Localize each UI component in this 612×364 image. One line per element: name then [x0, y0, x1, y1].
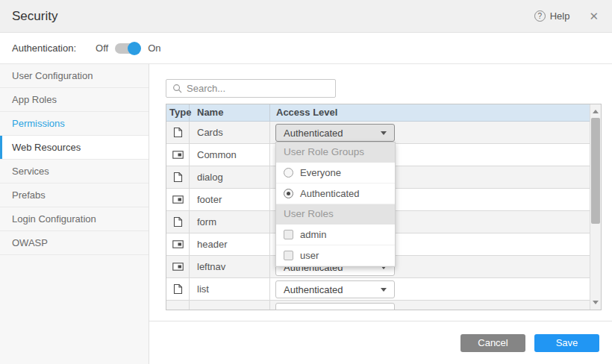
sidebar: User ConfigurationApp RolesPermissionsWe…	[0, 64, 149, 364]
caret-down-icon	[381, 131, 387, 135]
page-title: Security	[12, 9, 57, 24]
option-label: Everyone	[300, 167, 341, 178]
scroll-up-icon	[593, 110, 599, 113]
sidebar-item-label: Prefabs	[12, 189, 46, 201]
resource-name: dialog	[190, 166, 270, 188]
authentication-label: Authentication:	[12, 43, 76, 54]
access-level-select[interactable]: Authenticated	[275, 124, 395, 142]
page-icon	[166, 122, 190, 143]
save-button[interactable]: Save	[534, 334, 599, 352]
toggle-knob	[128, 42, 141, 55]
table-row: CardsAuthenticated	[166, 122, 590, 144]
dropdown-option-everyone[interactable]: Everyone	[276, 163, 395, 183]
help-label: Help	[550, 10, 570, 22]
sidebar-item-services[interactable]: Services	[0, 160, 149, 183]
sidebar-item-label: App Roles	[12, 94, 57, 105]
checkbox-icon	[284, 230, 293, 239]
option-label: user	[300, 250, 319, 261]
sidebar-item-label: User Configuration	[12, 70, 93, 81]
column-header-type: Type	[166, 104, 190, 121]
titlebar: Security ? Help ✕	[0, 0, 612, 33]
table-row	[166, 301, 590, 310]
dropdown-section-header: User Role Groups	[276, 142, 395, 163]
authentication-toggle[interactable]	[115, 43, 140, 54]
option-label: admin	[300, 229, 326, 240]
radio-checked-icon	[284, 189, 293, 198]
option-label: Authenticated	[300, 188, 360, 199]
sidebar-item-label: OWASP	[12, 237, 48, 248]
security-dialog: Security ? Help ✕ Authentication: Off On…	[0, 0, 612, 364]
caret-down-icon	[381, 288, 387, 292]
resource-name: form	[190, 211, 270, 233]
sidebar-item-owasp[interactable]: OWASP	[0, 231, 149, 255]
access-level-value: Authenticated	[284, 284, 343, 295]
sidebar-item-app-roles[interactable]: App Roles	[0, 88, 149, 112]
toggle-off-label: Off	[96, 43, 108, 54]
type-cell	[166, 301, 190, 310]
toggle-on-label: On	[148, 43, 160, 54]
partial-icon	[166, 189, 190, 210]
resource-name: footer	[190, 189, 270, 210]
checkbox-icon	[284, 251, 293, 260]
resource-name: header	[190, 233, 270, 255]
dropdown-option-authenticated[interactable]: Authenticated	[276, 183, 395, 204]
scroll-down-button[interactable]	[590, 297, 601, 308]
partial-icon	[166, 233, 190, 255]
main-panel: Type Name Access Level CardsAuthenticate…	[149, 64, 612, 364]
sidebar-item-label: Login Configuration	[12, 213, 96, 225]
resource-name: list	[190, 278, 270, 300]
help-button[interactable]: ? Help	[534, 10, 570, 22]
dialog-body: User ConfigurationApp RolesPermissionsWe…	[0, 64, 612, 364]
dropdown-section-header: User Roles	[276, 204, 395, 225]
table-row: listAuthenticated	[166, 278, 590, 301]
dropdown-option-user[interactable]: user	[276, 245, 395, 266]
page-icon	[166, 278, 190, 300]
web-resources-table: Type Name Access Level CardsAuthenticate…	[166, 104, 602, 310]
sidebar-item-web-resources[interactable]: Web Resources	[0, 136, 149, 160]
page-icon	[166, 211, 190, 233]
access-level-value: Authenticated	[284, 128, 343, 139]
scrollbar-thumb[interactable]	[591, 118, 600, 224]
sidebar-item-label: Web Resources	[12, 142, 81, 153]
partial-icon	[166, 256, 190, 277]
dropdown-option-admin[interactable]: admin	[276, 225, 395, 245]
access-level-select[interactable]	[275, 303, 395, 310]
column-header-name: Name	[190, 104, 270, 121]
page-icon	[166, 166, 190, 188]
table-header: Type Name Access Level	[166, 104, 590, 122]
help-icon: ?	[534, 10, 546, 22]
sidebar-item-label: Services	[12, 166, 49, 177]
sidebar-item-prefabs[interactable]: Prefabs	[0, 183, 149, 207]
access-level-select[interactable]: Authenticated	[275, 280, 395, 298]
resource-name	[190, 301, 270, 310]
scroll-up-button[interactable]	[590, 106, 601, 117]
close-icon[interactable]: ✕	[589, 10, 599, 23]
column-header-access-level: Access Level	[270, 104, 590, 121]
access-cell	[270, 301, 590, 310]
sidebar-item-login-configuration[interactable]: Login Configuration	[0, 207, 149, 231]
resource-name: Common	[190, 144, 270, 166]
web-resources-content: Type Name Access Level CardsAuthenticate…	[149, 64, 612, 310]
search-box	[166, 79, 336, 98]
search-input[interactable]	[187, 83, 329, 94]
partial-icon	[166, 144, 190, 166]
access-cell: Authenticated	[270, 122, 590, 143]
dialog-footer: Cancel Save	[149, 321, 612, 364]
search-icon	[172, 84, 182, 93]
table-scrollbar[interactable]	[590, 104, 601, 310]
sidebar-item-permissions[interactable]: Permissions	[0, 112, 149, 136]
scroll-down-icon	[593, 301, 599, 304]
authentication-bar: Authentication: Off On	[0, 33, 612, 64]
access-cell: Authenticated	[270, 278, 590, 300]
resource-name: Cards	[190, 122, 270, 143]
access-level-dropdown-panel: User Role GroupsEveryoneAuthenticatedUse…	[275, 142, 396, 267]
titlebar-actions: ? Help ✕	[534, 10, 599, 23]
resource-name: leftnav	[190, 256, 270, 277]
sidebar-item-label: Permissions	[12, 118, 65, 129]
radio-icon	[284, 168, 293, 178]
cancel-button[interactable]: Cancel	[460, 334, 525, 352]
sidebar-item-user-configuration[interactable]: User Configuration	[0, 64, 149, 88]
